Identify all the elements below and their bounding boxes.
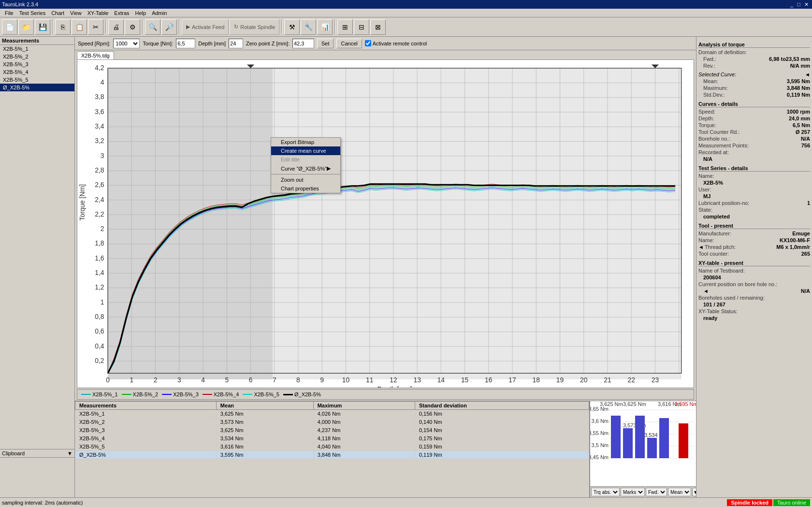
cut-btn[interactable]: ✂ [88, 19, 103, 35]
thread-pitch-label: Thread pitch: [705, 244, 736, 250]
context-zoom-out[interactable]: Zoom out [271, 175, 340, 184]
legend-line-1 [81, 394, 91, 395]
ts-user-value-row: MJ [698, 193, 810, 200]
svg-text:10: 10 [342, 376, 350, 384]
zoom-out-btn[interactable]: 🔎 [161, 19, 177, 35]
context-edit-title: Edit title [271, 155, 340, 164]
row-max: 4,237 Nm [313, 426, 415, 435]
xy-status-value: ready [703, 315, 717, 321]
svg-text:5: 5 [225, 376, 229, 384]
mini-select-2[interactable]: Marks [621, 488, 645, 496]
maximize-btn[interactable]: □ [796, 1, 802, 8]
copy-btn[interactable]: ⎘ [55, 19, 71, 35]
testboard-label: Name of Testboard: [698, 268, 745, 274]
grid-btn[interactable]: ⊞ [337, 19, 353, 35]
tool1-btn[interactable]: ⚒ [284, 19, 300, 35]
row-mean: 3,625 Nm [216, 410, 313, 418]
row-max: 4,118 Nm [313, 435, 415, 443]
context-export-bitmap[interactable]: Export Bitmap [271, 138, 340, 146]
measurement-item-mean[interactable]: Ø_X2B-5% [0, 84, 74, 91]
mini-select-3[interactable]: Fwd. [646, 488, 667, 496]
table-row[interactable]: X2B-5%_5 3,616 Nm 4,040 Nm 0,159 Nm [75, 443, 589, 451]
col-header-std: Standard deviation [415, 402, 589, 410]
svg-text:0,8: 0,8 [95, 313, 104, 320]
svg-text:12: 12 [390, 376, 397, 384]
legend-item-mean: Ø_X2B-5% [283, 391, 321, 397]
table-row[interactable]: X2B-5%_1 3,625 Nm 4,026 Nm 0,156 Nm [75, 410, 589, 418]
tool2-btn[interactable]: 🔧 [301, 19, 316, 35]
speed-value-r: 1000 rpm [787, 109, 810, 115]
save-btn[interactable]: 💾 [35, 19, 50, 35]
window-controls[interactable]: _ □ ✕ [789, 1, 810, 8]
measurement-item-5[interactable]: X2B-5%_5 [0, 76, 74, 84]
toolbar-sep-6 [334, 20, 335, 34]
activate-feed-btn[interactable]: ▶ Activate Feed [182, 19, 229, 35]
config-btn[interactable]: ⊠ [370, 19, 386, 35]
remote-control-label[interactable]: Activate remote control [365, 40, 427, 46]
table-row-mean[interactable]: Ø_X2B-5% 3,595 Nm 3,848 Nm 0,119 Nm [75, 451, 589, 459]
svg-text:8: 8 [296, 376, 300, 384]
measurement-item-3[interactable]: X2B-5%_3 [0, 60, 74, 68]
depth-input[interactable] [229, 39, 243, 48]
table-row[interactable]: X2B-5%_4 3,534 Nm 4,118 Nm 0,175 Nm [75, 435, 589, 443]
svg-text:0,2: 0,2 [95, 357, 104, 364]
mean-value: 3,595 Nm [787, 78, 810, 84]
selected-curve-label: Selected Curve: [698, 72, 736, 77]
rotate-spindle-btn[interactable]: ↻ Rotate Spindle [230, 19, 279, 35]
minimize-btn[interactable]: _ [789, 1, 795, 8]
paste-btn[interactable]: 📋 [72, 19, 87, 35]
mini-chart-arrow-btn[interactable]: ▼ [692, 488, 696, 496]
context-chart-props[interactable]: Chart properties [271, 184, 340, 193]
table-row[interactable]: X2B-5%_3 3,625 Nm 4,237 Nm 0,154 Nm [75, 426, 589, 435]
measurement-item-1[interactable]: X2B-5%_1 [0, 45, 74, 53]
print-btn[interactable]: 🖨 [108, 19, 124, 35]
tool3-btn[interactable]: 📊 [317, 19, 333, 35]
set-btn[interactable]: Set [317, 39, 334, 48]
svg-text:0,6: 0,6 [95, 327, 104, 335]
manufacturer-row: Manufacturer: Emuge [698, 230, 810, 237]
menu-admin[interactable]: Admin [149, 10, 170, 16]
submenu-arrow: ▶ [327, 165, 331, 172]
menu-file[interactable]: File [2, 10, 16, 16]
close-btn[interactable]: ✕ [803, 1, 810, 8]
menu-chart[interactable]: Chart [48, 10, 67, 16]
legend-item-3: X2B-5%_3 [162, 391, 199, 397]
speed-select[interactable]: 1000 [113, 39, 140, 48]
menu-view[interactable]: View [67, 10, 85, 16]
svg-text:Depth [mm]: Depth [mm] [377, 385, 412, 388]
std-label: Std.Dev.: [703, 92, 725, 98]
mean-label: Mean: [703, 78, 718, 84]
svg-text:2,8: 2,8 [95, 166, 104, 174]
remote-control-checkbox[interactable] [365, 40, 371, 46]
open-btn[interactable]: 📁 [18, 19, 34, 35]
context-create-mean[interactable]: Create mean curve [271, 146, 340, 155]
svg-rect-113 [611, 416, 621, 458]
zero-point-input[interactable] [292, 39, 314, 48]
svg-rect-119 [659, 418, 669, 458]
menu-help[interactable]: Help [132, 10, 149, 16]
state-value-row: completed [698, 213, 810, 220]
menu-bar: File Test Series Chart View XY-Table Ext… [0, 9, 812, 17]
measurement-item-2[interactable]: X2B-5%_2 [0, 53, 74, 60]
mini-select-1[interactable]: Trq abs. [591, 488, 620, 496]
torque-input[interactable] [176, 39, 195, 48]
measurement-item-4[interactable]: X2B-5%_4 [0, 68, 74, 76]
menu-extras[interactable]: Extras [111, 10, 132, 16]
svg-marker-97 [652, 65, 659, 69]
menu-xy-table[interactable]: XY-Table [85, 10, 112, 16]
measurement-list: X2B-5%_1 X2B-5%_2 X2B-5%_3 X2B-5%_4 X2B-… [0, 45, 74, 449]
cancel-btn[interactable]: Cancel [336, 39, 362, 48]
expand-arrow: ◄ [698, 244, 704, 250]
row-mean: 3,625 Nm [216, 426, 313, 435]
table-row[interactable]: X2B-5%_2 3,573 Nm 4,000 Nm 0,140 Nm [75, 418, 589, 426]
filter-btn[interactable]: ⊟ [354, 19, 369, 35]
zoom-in-btn[interactable]: 🔍 [145, 19, 160, 35]
mini-select-4[interactable]: Mean [668, 488, 691, 496]
new-btn[interactable]: 📄 [2, 19, 17, 35]
menu-test-series[interactable]: Test Series [16, 10, 48, 16]
context-curve[interactable]: Curve "Ø_X2B-5%" ▶ [271, 164, 340, 173]
toolbar-sep-4 [179, 20, 180, 34]
tab-x2b[interactable]: X2B-5%.tdg [77, 51, 114, 59]
settings-btn[interactable]: ⚙ [125, 19, 140, 35]
status-right: Spindle locked Tauro online [727, 499, 810, 506]
